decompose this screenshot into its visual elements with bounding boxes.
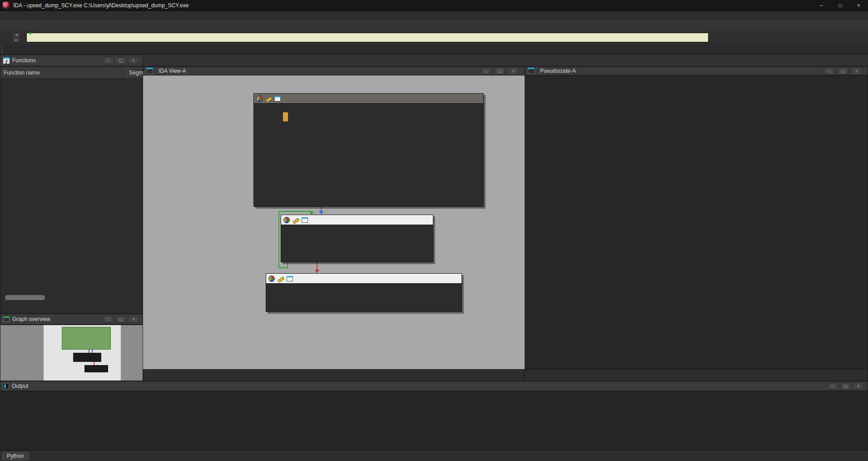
main-toolbar	[0, 20, 868, 32]
tab-strip	[143, 55, 868, 66]
minimize-button[interactable]: –	[812, 0, 831, 11]
graph-node-titlebar[interactable]	[281, 215, 433, 225]
panel-float-button[interactable]: ◱	[115, 57, 126, 64]
pseudocode-title: Pseudocode-A	[540, 68, 576, 74]
pseudocode-panel[interactable]	[525, 75, 868, 369]
bottom-bar: Python	[0, 450, 868, 461]
overview-edge-green	[89, 350, 89, 353]
panel-float-button[interactable]: ◱	[840, 382, 851, 390]
navigator-row: ◀ ▶	[0, 32, 868, 44]
graph-overview-title: Graph overview	[12, 316, 50, 322]
output-header: Output □ ◱ ×	[0, 381, 868, 391]
panel-close-button[interactable]: ×	[128, 57, 139, 64]
panel-restore-button[interactable]: □	[828, 382, 838, 390]
nav-pointer-icon	[29, 33, 32, 35]
panel-close-button[interactable]: ×	[508, 67, 519, 75]
menu-bar	[0, 11, 868, 20]
color-wheel-icon[interactable]	[268, 276, 275, 282]
ida-view-header: IDA View-A □ ◱ ×	[143, 66, 525, 75]
edge-red	[317, 262, 317, 270]
panel-restore-button[interactable]: □	[103, 316, 114, 323]
edge-green-loop	[278, 211, 279, 268]
functions-panel-title: Functions	[12, 57, 36, 64]
panel-close-button[interactable]: ×	[853, 382, 864, 390]
edge-green-loop	[278, 211, 312, 212]
group-node-icon[interactable]	[274, 96, 281, 101]
panel-close-button[interactable]: ×	[128, 316, 139, 323]
edge-blue-arrow	[319, 211, 323, 215]
graph-status-bar	[143, 369, 525, 381]
dock-row: f Functions □ ◱ ×	[0, 55, 868, 66]
graph-node-loc-401039[interactable]	[281, 215, 433, 262]
title-bar: IDA - upxed_dump_SCY.exe C:\Users\yl\Des…	[0, 0, 868, 11]
edge-red-arrow	[315, 270, 319, 273]
ida-view-title: IDA View-A	[159, 68, 186, 74]
instruction-pointer-mark	[283, 112, 288, 121]
panel-restore-button[interactable]: □	[481, 67, 491, 75]
panel-float-button[interactable]: ◱	[115, 316, 126, 323]
graph-canvas[interactable]	[143, 75, 525, 369]
panel-restore-button[interactable]: □	[103, 57, 114, 64]
column-function-name[interactable]: Function name	[0, 70, 40, 76]
functions-icon: f	[3, 57, 10, 64]
nav-left-icon[interactable]: ◀	[13, 33, 20, 37]
functions-panel: Function name Segme	[0, 66, 143, 314]
overview-node	[73, 353, 101, 362]
pseudocode-header: Pseudocode-A □ ◱ ×	[525, 66, 868, 75]
panel-close-button[interactable]: ×	[851, 67, 862, 75]
graph-overview-header: Graph overview □ ◱ ×	[0, 314, 143, 325]
panel-restore-button[interactable]: □	[824, 67, 835, 75]
overview-edge-red	[94, 362, 94, 365]
navigation-band[interactable]	[26, 33, 709, 42]
output-icon	[3, 383, 9, 389]
close-button[interactable]: ×	[849, 0, 868, 11]
panel-float-button[interactable]: ◱	[494, 67, 505, 75]
output-title: Output	[12, 383, 28, 389]
pseudocode-icon	[528, 68, 535, 74]
drag-handle[interactable]	[1, 45, 3, 53]
graph-node-end[interactable]	[266, 273, 462, 312]
column-separator[interactable]	[127, 67, 127, 78]
color-legend	[0, 44, 868, 55]
cli-selector-button[interactable]: Python	[2, 452, 29, 460]
graph-node-start[interactable]	[253, 93, 484, 207]
ida-app-icon	[3, 2, 10, 9]
overview-page	[44, 325, 121, 381]
group-node-icon[interactable]	[287, 276, 293, 281]
group-node-icon[interactable]	[302, 217, 308, 223]
edit-icon[interactable]	[278, 276, 284, 282]
panel-float-button[interactable]: ◱	[838, 67, 848, 75]
overview-edge-blue	[92, 350, 93, 353]
output-panel[interactable]	[0, 391, 868, 450]
color-wheel-icon[interactable]	[283, 217, 290, 223]
edit-icon[interactable]	[293, 217, 299, 223]
functions-column-header: Function name Segme	[0, 67, 143, 79]
graph-node-titlebar[interactable]	[266, 274, 461, 284]
edge-green-loop	[278, 267, 288, 268]
maximize-button[interactable]: □	[831, 0, 849, 11]
overview-viewport[interactable]	[62, 327, 111, 350]
overview-node	[84, 365, 108, 372]
color-wheel-icon[interactable]	[256, 95, 263, 102]
graph-overview-icon	[3, 316, 10, 322]
functions-hscrollbar[interactable]	[5, 295, 45, 300]
pseudocode-status-bar	[525, 369, 868, 381]
nav-right-icon[interactable]: ▶	[13, 38, 20, 42]
graph-overview-panel[interactable]	[0, 325, 143, 381]
window-title: IDA - upxed_dump_SCY.exe C:\Users\yl\Des…	[13, 2, 188, 9]
edit-icon[interactable]	[265, 95, 272, 102]
functions-panel-header: f Functions □ ◱ ×	[0, 55, 143, 66]
ida-view-icon	[146, 68, 153, 74]
graph-node-titlebar[interactable]	[254, 94, 483, 104]
